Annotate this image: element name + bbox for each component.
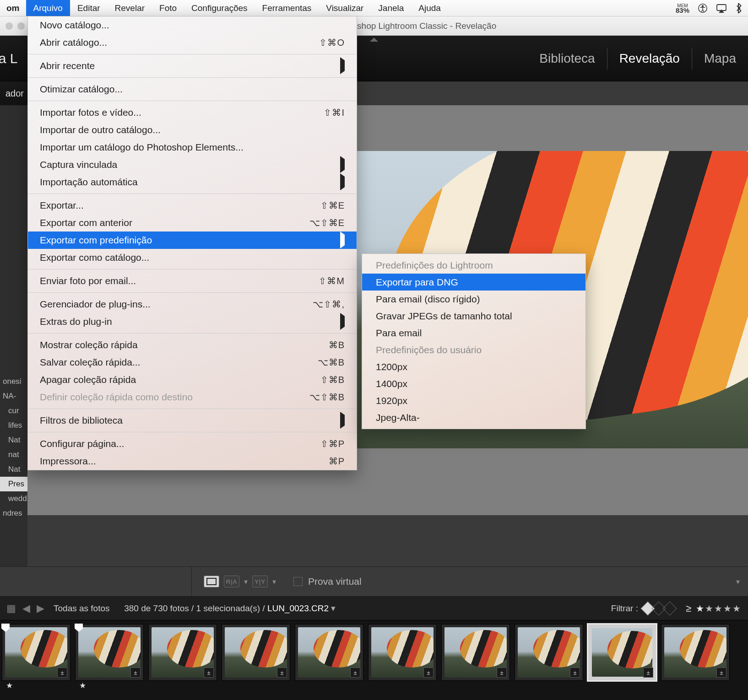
soft-proof-checkbox[interactable] [293,577,303,586]
menu-item[interactable]: Otimizar catálogo... [28,81,357,98]
menu-arquivo[interactable]: Arquivo [26,0,70,16]
dropdown-caret-icon[interactable]: ▾ [331,603,336,613]
filmstrip-thumb[interactable]: ± [368,624,437,681]
submenu-item[interactable]: 1920px [362,392,585,409]
view-mode-before-after-lr[interactable]: R|A [224,576,239,587]
accessibility-icon[interactable] [698,3,708,13]
module-tab-revelação[interactable]: Revelação [607,36,692,81]
preset-item[interactable]: cur [0,404,27,418]
bluetooth-icon[interactable] [735,3,742,13]
filmstrip-thumb[interactable]: ±★ [2,624,70,681]
submenu-item[interactable]: Jpeg-Alta- [362,409,585,426]
submenu-item[interactable]: Exportar para DNG [362,274,585,291]
view-mode-before-after-tb[interactable]: Y|Y [252,576,268,587]
breadcrumb[interactable]: Todas as fotos 380 de 730 fotos / 1 sele… [54,603,336,614]
toolbar-more-icon[interactable]: ▾ [736,577,740,586]
dropdown-caret-icon[interactable]: ▾ [272,577,276,586]
svg-point-1 [702,5,704,6]
file-menu: Novo catálogo...Abrir catálogo...⇧⌘OAbri… [27,16,357,470]
menu-ferramentas[interactable]: Ferramentas [255,0,319,16]
menu-item[interactable]: Importar de outro catálogo... [28,121,357,139]
filmstrip-thumb[interactable]: ± [222,624,290,681]
app-name: om [0,3,26,13]
menu-item[interactable]: Exportar como catálogo... [28,249,357,266]
develop-badge-icon: ± [57,668,67,678]
menu-item[interactable]: Enviar foto por email...⇧⌘M [28,272,357,290]
menu-item[interactable]: Apagar coleção rápida⇧⌘B [28,371,357,388]
menu-revelar[interactable]: Revelar [108,0,152,16]
module-tab-biblioteca[interactable]: Biblioteca [527,36,607,81]
menu-item[interactable]: Novo catálogo... [28,16,357,34]
menu-item[interactable]: Salvar coleção rápida...⌥⌘B [28,354,357,371]
filmstrip[interactable]: ±★±★±±±±±±±± [0,620,748,700]
preset-group[interactable]: onesi [0,374,27,389]
filmstrip-thumb[interactable]: ± [515,624,583,681]
menu-item[interactable]: Importação automática [28,173,357,191]
preset-item[interactable]: Nat [0,462,27,477]
preset-item[interactable]: lifes [0,418,27,433]
preset-group[interactable]: NA- [0,389,27,404]
submenu-header: Predefinições do usuário [362,341,585,358]
submenu-item[interactable]: 1200px [362,358,585,375]
filmstrip-thumb[interactable]: ± [295,624,363,681]
menu-item[interactable]: Exportar com predefinição [28,232,357,249]
menu-editar[interactable]: Editar [70,0,108,16]
menu-item[interactable]: Extras do plug-in [28,313,357,330]
menu-item: Definir coleção rápida como destino⌥⇧⌘B [28,388,357,406]
menu-item[interactable]: Filtros de biblioteca [28,412,357,429]
menu-visualizar[interactable]: Visualizar [319,0,371,16]
submenu-item[interactable]: 1400px [362,375,585,392]
filter-stars[interactable]: ★★★★★ [696,603,742,614]
submenu-header: Predefinições do Lightroom [362,257,585,274]
identity-plate: da L [0,51,17,66]
filmstrip-thumb[interactable]: ± [148,624,217,681]
menu-item[interactable]: Importar fotos e vídeo...⇧⌘I [28,104,357,121]
left-panel: ador onesiNA-curlifesNatnatNatPresweddin… [0,81,27,566]
menu-ajuda[interactable]: Ajuda [411,0,448,16]
preset-item[interactable]: Nat [0,433,27,447]
menu-item[interactable]: Abrir recente [28,57,357,75]
filmstrip-thumb[interactable]: ±★ [75,624,144,681]
preset-item[interactable]: nat [0,447,27,462]
submenu-arrow-icon [340,159,345,170]
export-preset-submenu: Predefinições do LightroomExportar para … [362,253,586,429]
nav-forward-icon[interactable]: ▶ [37,603,44,614]
menu-item[interactable]: Mostrar coleção rápida⌘B [28,336,357,354]
filmstrip-thumb[interactable]: ± [441,624,510,681]
menu-foto[interactable]: Foto [152,0,184,16]
nav-back-icon[interactable]: ◀ [22,603,30,614]
menu-item[interactable]: Abrir catálogo...⇧⌘O [28,34,357,51]
menu-janela[interactable]: Janela [371,0,411,16]
view-mode-loupe[interactable] [204,576,219,587]
submenu-item[interactable]: Para email (disco rígido) [362,291,585,307]
menu-configurações[interactable]: Configurações [184,0,255,16]
airplay-icon[interactable] [716,4,727,13]
preset-item[interactable]: Pres [0,477,27,491]
rating-star-icon: ★ [79,681,86,690]
preset-item[interactable]: wedding-pb-dia [0,491,27,506]
filter-flags[interactable] [643,603,675,614]
filmstrip-thumb[interactable]: ± [588,624,656,681]
develop-badge-icon: ± [350,668,360,678]
submenu-arrow-icon [340,60,345,71]
panel-expand-icon[interactable] [370,38,378,42]
menu-item[interactable]: Exportar...⇧⌘E [28,197,357,214]
develop-badge-icon: ± [204,668,214,678]
menu-item[interactable]: Configurar página...⇧⌘P [28,435,357,452]
menu-item[interactable]: Impressora...⌘P [28,452,357,470]
module-tab-mapa[interactable]: Mapa [692,36,748,81]
menu-item[interactable]: Exportar com anterior⌥⇧⌘E [28,214,357,232]
filmstrip-thumb[interactable]: ± [661,624,730,681]
menu-item[interactable]: Gerenciador de plug-ins...⌥⇧⌘, [28,296,357,313]
menu-item[interactable]: Importar um catálogo do Photoshop Elemen… [28,139,357,156]
grid-icon[interactable]: ▦ [6,603,16,614]
submenu-arrow-icon [340,316,345,327]
submenu-item[interactable]: Gravar JPEGs de tamanho total [362,307,585,324]
dropdown-caret-icon[interactable]: ▾ [244,577,248,586]
current-file: LUN_0023.CR2 [267,603,329,613]
submenu-arrow-icon [340,177,345,188]
left-panel-header[interactable]: ador [0,81,27,105]
menu-item[interactable]: Captura vinculada [28,156,357,173]
submenu-item[interactable]: Para email [362,324,585,341]
preset-group[interactable]: ndres [0,506,27,521]
